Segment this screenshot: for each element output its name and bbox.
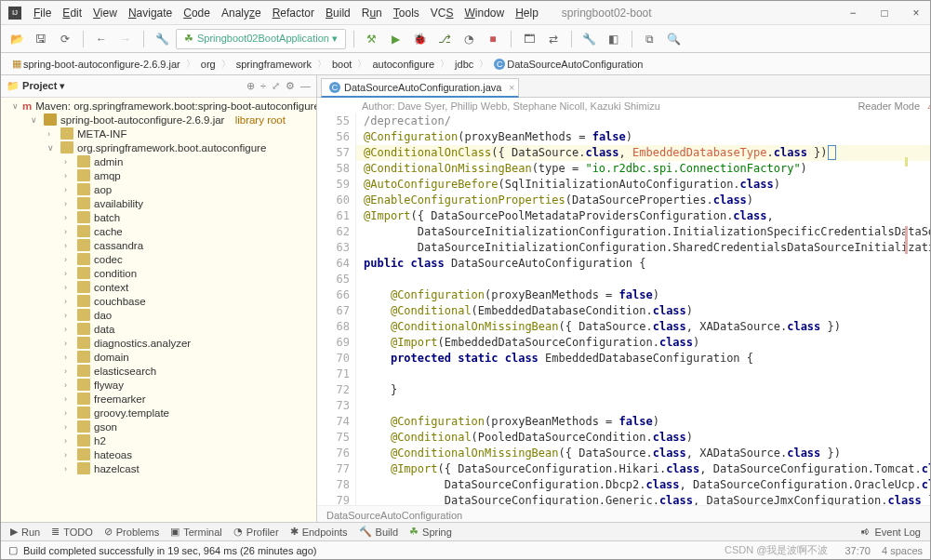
bc-1[interactable]: org	[199, 59, 218, 70]
menu-refactor[interactable]: Refactor	[268, 5, 319, 21]
tool-profiler[interactable]: ◔ Profiler	[233, 526, 279, 538]
gear-icon[interactable]: ⚙	[286, 80, 295, 92]
open-icon[interactable]: 📂	[7, 29, 27, 49]
tree-folder-cassandra[interactable]: › cassandra	[1, 238, 316, 252]
bc-6[interactable]: C DataSourceAutoConfiguration	[492, 59, 645, 70]
menu-code[interactable]: Code	[179, 5, 215, 21]
menu-window[interactable]: Window	[459, 5, 509, 21]
bc-2[interactable]: springframework	[234, 59, 313, 70]
run-config-selector[interactable]: ☘ Springboot02BootApplication ▾	[176, 29, 346, 49]
tree-folder-condition[interactable]: › condition	[1, 266, 316, 280]
minimize-button[interactable]: −	[846, 7, 859, 20]
forward-icon[interactable]: →	[115, 29, 136, 49]
tool-build[interactable]: 🔨 Build	[359, 526, 398, 538]
tree-folder-couchbase[interactable]: › couchbase	[1, 294, 316, 308]
menu-tools[interactable]: Tools	[389, 5, 424, 21]
tree-folder-elasticsearch[interactable]: › elasticsearch	[1, 364, 316, 378]
screen-icon[interactable]: ⧉	[640, 29, 660, 49]
error-stripe-icon[interactable]	[898, 226, 908, 254]
profile-icon[interactable]: ◔	[459, 29, 479, 49]
tree-folder-admin[interactable]: › admin	[1, 154, 316, 168]
tree-jar[interactable]: ∨ spring-boot-autoconfigure-2.6.9.jar li…	[1, 113, 316, 127]
code-area[interactable]: 5556575859606162636465666768697071727374…	[317, 113, 931, 524]
tool-terminal[interactable]: ▣ Terminal	[170, 526, 222, 538]
close-icon[interactable]: ×	[509, 82, 514, 93]
debug-icon[interactable]: 🐞	[410, 29, 431, 49]
tree-folder-hateoas[interactable]: › hateoas	[1, 447, 316, 461]
indent-info[interactable]: 4 spaces	[882, 545, 923, 556]
code-body[interactable]: /deprecation/@Configuration(proxyBeanMet…	[356, 113, 931, 524]
menu-run[interactable]: Run	[357, 5, 387, 21]
endpoints-icon[interactable]: ◧	[604, 29, 624, 49]
folder-icon	[60, 141, 73, 153]
main-menu[interactable]: File Edit View Navigate Code Analyze Ref…	[29, 5, 543, 21]
project-tree[interactable]: ∨ m Maven: org.springframework.boot:spri…	[1, 98, 316, 524]
menu-help[interactable]: Help	[511, 5, 543, 21]
caret-pos[interactable]: 37:70	[845, 545, 871, 556]
tree-folder-groovy-template[interactable]: › groovy.template	[1, 406, 316, 420]
bc-3[interactable]: boot	[330, 59, 353, 70]
tree-folder-amqp[interactable]: › amqp	[1, 168, 316, 182]
menu-file[interactable]: File	[29, 5, 56, 21]
config-icon[interactable]: 🔧	[152, 29, 172, 49]
wrench-icon[interactable]: 🔧	[579, 29, 600, 49]
menu-build[interactable]: Build	[321, 5, 355, 21]
tree-folder-domain[interactable]: › domain	[1, 350, 316, 364]
save-icon[interactable]: 🖫	[31, 29, 51, 49]
stop-icon[interactable]: ■	[483, 29, 503, 49]
run-config-label: Springboot02BootApplication ▾	[197, 33, 338, 45]
maximize-button[interactable]: □	[878, 7, 891, 20]
menu-view[interactable]: View	[88, 5, 122, 21]
tree-folder-diagnostics-analyzer[interactable]: › diagnostics.analyzer	[1, 336, 316, 350]
event-log[interactable]: 🕫 Event Log	[860, 527, 921, 538]
hide-icon[interactable]: —	[300, 80, 311, 92]
tree-folder-codec[interactable]: › codec	[1, 252, 316, 266]
coverage-icon[interactable]: ⎇	[434, 29, 455, 49]
menu-analyze[interactable]: Analyze	[217, 5, 266, 21]
target-icon[interactable]: ⊕	[246, 80, 255, 92]
reader-mode-badge[interactable]: Reader Mode ⚠ 4 ^ ∨	[858, 100, 931, 112]
tree-folder-freemarker[interactable]: › freemarker	[1, 392, 316, 406]
tool-todo[interactable]: ≣ TODO	[51, 526, 93, 538]
search-icon[interactable]: 🔍	[664, 29, 685, 49]
reload-icon[interactable]: ⟳	[55, 29, 75, 49]
tree-folder-availability[interactable]: › availability	[1, 196, 316, 210]
tree-folder-flyway[interactable]: › flyway	[1, 378, 316, 392]
tree-pkg[interactable]: ∨ org.springframework.boot.autoconfigure	[1, 140, 316, 154]
tool-spring[interactable]: ☘ Spring	[409, 526, 452, 538]
collapse-icon[interactable]: ÷	[260, 80, 266, 92]
tree-folder-dao[interactable]: › dao	[1, 308, 316, 322]
menu-navigate[interactable]: Navigate	[124, 5, 177, 21]
close-button[interactable]: ×	[910, 7, 923, 20]
menu-edit[interactable]: Edit	[58, 5, 86, 21]
warn-badge[interactable]: ⚠ 4	[927, 100, 931, 112]
tool-problems[interactable]: ⊘ Problems	[104, 526, 159, 538]
expand-icon[interactable]: ⤢	[272, 80, 280, 92]
editor-tab-active[interactable]: C DataSourceAutoConfiguration.java ×	[321, 78, 519, 98]
tree-folder-data[interactable]: › data	[1, 322, 316, 336]
tree-folder-aop[interactable]: › aop	[1, 182, 316, 196]
tb-icon-a[interactable]: 🗔	[519, 29, 539, 49]
tree-folder-context[interactable]: › context	[1, 280, 316, 294]
run-icon[interactable]: ▶	[386, 29, 406, 49]
bc-0[interactable]: ▦ spring-boot-autoconfigure-2.6.9.jar	[10, 58, 182, 70]
bc-5[interactable]: jdbc	[453, 59, 475, 70]
tool-endpoints[interactable]: ✱ Endpoints	[290, 526, 348, 538]
tb-icon-b[interactable]: ⇄	[543, 29, 564, 49]
main-toolbar: 📂 🖫 ⟳ ← → 🔧 ☘ Springboot02BootApplicatio…	[1, 25, 930, 53]
build-icon[interactable]: ⚒	[362, 29, 382, 49]
tree-folder-hazelcast[interactable]: › hazelcast	[1, 461, 316, 475]
tree-root[interactable]: ∨ m Maven: org.springframework.boot:spri…	[1, 100, 316, 113]
tree-folder-gson[interactable]: › gson	[1, 420, 316, 433]
tree-meta[interactable]: › META-INF	[1, 127, 316, 140]
project-view-selector[interactable]: 📁 Project ▾	[7, 80, 65, 92]
tool-run[interactable]: ▶ Run	[10, 526, 40, 538]
warn-stripe-icon[interactable]	[898, 157, 908, 167]
bc-4[interactable]: autoconfigure	[370, 59, 436, 70]
tree-folder-cache[interactable]: › cache	[1, 224, 316, 238]
tree-folder-batch[interactable]: › batch	[1, 210, 316, 224]
back-icon[interactable]: ←	[91, 29, 112, 49]
status-icon[interactable]: ▢	[8, 544, 18, 556]
menu-vcs[interactable]: VCS	[426, 5, 459, 21]
tree-folder-h2[interactable]: › h2	[1, 433, 316, 447]
